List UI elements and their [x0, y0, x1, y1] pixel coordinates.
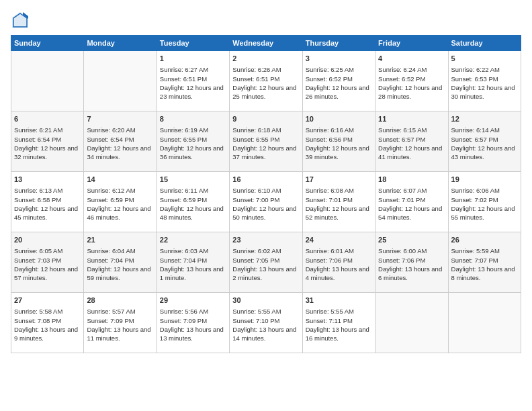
day-info: Sunset: 6:59 PM — [87, 195, 153, 204]
day-info: Daylight: 13 hours and 13 minutes. — [160, 325, 226, 343]
day-info: Sunrise: 5:55 AM — [306, 307, 372, 316]
day-number: 20 — [14, 235, 81, 245]
day-info: Sunset: 6:51 PM — [232, 75, 299, 83]
calendar-cell: 17Sunrise: 6:08 AMSunset: 7:01 PMDayligh… — [302, 172, 375, 232]
day-info: Daylight: 12 hours and 34 minutes. — [87, 144, 153, 162]
day-info: Daylight: 13 hours and 2 minutes. — [232, 265, 299, 283]
day-info: Sunrise: 6:20 AM — [87, 126, 153, 134]
day-info: Daylight: 13 hours and 14 minutes. — [232, 325, 299, 343]
day-info: Daylight: 12 hours and 39 minutes. — [306, 144, 372, 162]
calendar-cell: 24Sunrise: 6:01 AMSunset: 7:06 PMDayligh… — [302, 232, 375, 293]
calendar-cell: 1Sunrise: 6:27 AMSunset: 6:51 PMDaylight… — [157, 51, 229, 111]
day-info: Sunrise: 6:08 AM — [306, 186, 372, 195]
day-number: 7 — [87, 114, 153, 124]
day-info: Sunrise: 6:16 AM — [306, 126, 372, 134]
day-info: Sunrise: 6:26 AM — [232, 65, 299, 74]
day-number: 17 — [306, 175, 372, 185]
day-info: Sunset: 7:05 PM — [232, 256, 299, 265]
day-info: Daylight: 12 hours and 59 minutes. — [87, 265, 153, 283]
day-number: 16 — [232, 175, 299, 185]
calendar-cell: 22Sunrise: 6:03 AMSunset: 7:04 PMDayligh… — [157, 232, 229, 293]
header-cell-monday: Monday — [84, 36, 157, 51]
day-number: 10 — [306, 114, 372, 124]
day-info: Daylight: 12 hours and 43 minutes. — [451, 144, 518, 162]
calendar-cell: 21Sunrise: 6:04 AMSunset: 7:04 PMDayligh… — [84, 232, 157, 293]
day-info: Daylight: 12 hours and 48 minutes. — [160, 204, 226, 222]
day-number: 1 — [160, 54, 226, 64]
calendar-cell: 23Sunrise: 6:02 AMSunset: 7:05 PMDayligh… — [230, 232, 302, 293]
calendar-cell — [11, 51, 84, 111]
day-number: 12 — [451, 114, 518, 124]
logo-icon — [11, 11, 30, 30]
day-info: Sunset: 7:04 PM — [160, 256, 226, 265]
day-number: 23 — [232, 235, 299, 245]
day-number: 2 — [232, 54, 299, 64]
calendar-cell: 3Sunrise: 6:25 AMSunset: 6:52 PMDaylight… — [302, 51, 375, 111]
day-info: Daylight: 12 hours and 23 minutes. — [160, 83, 226, 101]
day-info: Daylight: 12 hours and 55 minutes. — [451, 204, 518, 222]
day-info: Sunrise: 6:12 AM — [87, 186, 153, 195]
day-info: Sunrise: 5:58 AM — [14, 307, 81, 316]
day-info: Sunrise: 5:56 AM — [160, 307, 226, 316]
calendar-cell: 18Sunrise: 6:07 AMSunset: 7:01 PMDayligh… — [375, 172, 448, 232]
day-info: Daylight: 13 hours and 8 minutes. — [451, 265, 518, 283]
day-info: Sunset: 7:03 PM — [14, 256, 81, 265]
day-info: Daylight: 12 hours and 50 minutes. — [232, 204, 299, 222]
day-info: Sunset: 6:54 PM — [87, 135, 153, 144]
day-info: Sunset: 7:09 PM — [87, 316, 153, 325]
day-info: Sunset: 6:52 PM — [306, 75, 372, 83]
day-info: Sunset: 7:06 PM — [306, 256, 372, 265]
day-info: Sunset: 7:01 PM — [378, 195, 445, 204]
calendar-cell: 2Sunrise: 6:26 AMSunset: 6:51 PMDaylight… — [230, 51, 302, 111]
day-info: Sunset: 7:10 PM — [232, 316, 299, 325]
day-info: Sunrise: 6:27 AM — [160, 65, 226, 74]
calendar-body: 1Sunrise: 6:27 AMSunset: 6:51 PMDaylight… — [11, 51, 521, 353]
day-info: Daylight: 12 hours and 52 minutes. — [306, 204, 372, 222]
day-number: 14 — [87, 175, 153, 185]
calendar-cell: 19Sunrise: 6:06 AMSunset: 7:02 PMDayligh… — [448, 172, 521, 232]
calendar-table: SundayMondayTuesdayWednesdayThursdayFrid… — [11, 35, 521, 353]
day-info: Sunset: 6:58 PM — [14, 195, 81, 204]
day-info: Daylight: 12 hours and 57 minutes. — [14, 265, 81, 283]
day-number: 25 — [378, 235, 445, 245]
day-number: 29 — [160, 295, 226, 306]
day-number: 6 — [14, 114, 81, 124]
calendar-cell: 11Sunrise: 6:15 AMSunset: 6:57 PMDayligh… — [375, 111, 448, 172]
day-info: Sunset: 7:02 PM — [451, 195, 518, 204]
header-row: SundayMondayTuesdayWednesdayThursdayFrid… — [11, 36, 521, 51]
day-info: Daylight: 13 hours and 9 minutes. — [14, 325, 81, 343]
day-info: Sunrise: 6:05 AM — [14, 246, 81, 255]
day-number: 4 — [378, 54, 445, 64]
day-info: Sunset: 7:01 PM — [306, 195, 372, 204]
header-cell-thursday: Thursday — [302, 36, 375, 51]
day-info: Sunrise: 6:24 AM — [378, 65, 445, 74]
calendar-cell: 13Sunrise: 6:13 AMSunset: 6:58 PMDayligh… — [11, 172, 84, 232]
calendar-cell: 15Sunrise: 6:11 AMSunset: 6:59 PMDayligh… — [157, 172, 229, 232]
day-info: Sunrise: 6:03 AM — [160, 246, 226, 255]
day-info: Sunset: 6:51 PM — [160, 75, 226, 83]
calendar-week-5: 27Sunrise: 5:58 AMSunset: 7:08 PMDayligh… — [11, 293, 521, 353]
day-info: Daylight: 13 hours and 11 minutes. — [87, 325, 153, 343]
day-number: 15 — [160, 175, 226, 185]
day-number: 31 — [306, 295, 372, 306]
day-info: Daylight: 12 hours and 41 minutes. — [378, 144, 445, 162]
logo — [11, 11, 32, 30]
day-info: Sunset: 6:55 PM — [232, 135, 299, 144]
day-info: Sunset: 6:52 PM — [378, 75, 445, 83]
day-info: Sunset: 6:53 PM — [451, 75, 518, 83]
calendar-cell: 12Sunrise: 6:14 AMSunset: 6:57 PMDayligh… — [448, 111, 521, 172]
day-info: Sunrise: 6:19 AM — [160, 126, 226, 134]
day-info: Sunrise: 6:11 AM — [160, 186, 226, 195]
calendar-cell — [448, 293, 521, 353]
day-info: Sunset: 6:59 PM — [160, 195, 226, 204]
day-number: 28 — [87, 295, 153, 306]
day-info: Daylight: 12 hours and 32 minutes. — [14, 144, 81, 162]
day-number: 30 — [232, 295, 299, 306]
day-number: 22 — [160, 235, 226, 245]
day-info: Sunrise: 6:22 AM — [451, 65, 518, 74]
day-info: Sunrise: 6:18 AM — [232, 126, 299, 134]
calendar-header: SundayMondayTuesdayWednesdayThursdayFrid… — [11, 36, 521, 51]
day-info: Sunrise: 5:57 AM — [87, 307, 153, 316]
calendar-week-3: 13Sunrise: 6:13 AMSunset: 6:58 PMDayligh… — [11, 172, 521, 232]
day-number: 18 — [378, 175, 445, 185]
